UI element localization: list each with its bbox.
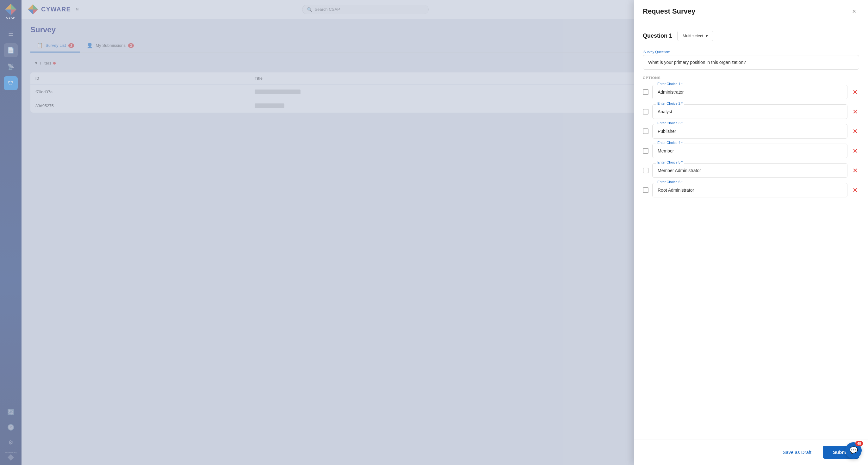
choice-4-input[interactable] — [652, 144, 847, 158]
modal-title: Request Survey — [643, 7, 695, 16]
choice-6-delete-button[interactable]: ✕ — [851, 185, 859, 195]
choice-1-checkbox[interactable] — [643, 89, 648, 95]
choice-row-2: Enter Choice 2 * ✕ — [643, 104, 859, 119]
question-header: Question 1 Multi select ▾ — [643, 31, 859, 41]
save-as-draft-button[interactable]: Save as Draft — [776, 446, 818, 458]
choice-row-3: Enter Choice 3 * ✕ — [643, 124, 859, 138]
modal-header: Request Survey × — [634, 0, 868, 23]
choice-5-label: Enter Choice 5 * — [656, 160, 684, 164]
choice-1-input[interactable] — [652, 85, 847, 99]
choice-5-checkbox[interactable] — [643, 168, 648, 173]
survey-question-label: Survey Question* — [643, 50, 859, 54]
question-type-label: Multi select — [683, 34, 703, 38]
request-survey-modal: Request Survey × Question 1 Multi select… — [634, 0, 868, 465]
question-label: Question 1 — [643, 33, 672, 39]
choice-6-input[interactable] — [652, 183, 847, 197]
modal-footer: Save as Draft Submit — [634, 439, 868, 465]
choice-6-checkbox[interactable] — [643, 187, 648, 193]
choice-5-field-wrap: Enter Choice 5 * — [652, 163, 847, 178]
options-section-label: OPTIONS — [643, 76, 859, 80]
survey-question-field-group: Survey Question* — [643, 50, 859, 70]
choice-2-delete-button[interactable]: ✕ — [851, 106, 859, 117]
choice-row-5: Enter Choice 5 * ✕ — [643, 163, 859, 178]
choice-row-1: Enter Choice 1 * ✕ — [643, 85, 859, 99]
choice-4-label: Enter Choice 4 * — [656, 141, 684, 145]
choice-row-6: Enter Choice 6 * ✕ — [643, 183, 859, 197]
choice-2-input[interactable] — [652, 104, 847, 119]
modal-close-button[interactable]: × — [849, 6, 859, 17]
choice-2-field-wrap: Enter Choice 2 * — [652, 104, 847, 119]
choice-3-delete-button[interactable]: ✕ — [851, 126, 859, 136]
choice-1-field-wrap: Enter Choice 1 * — [652, 85, 847, 99]
choice-5-delete-button[interactable]: ✕ — [851, 165, 859, 176]
choice-6-label: Enter Choice 6 * — [656, 180, 684, 184]
choice-4-checkbox[interactable] — [643, 148, 648, 154]
chat-badge-count: 48 — [855, 441, 863, 446]
choice-3-field-wrap: Enter Choice 3 * — [652, 124, 847, 138]
question-type-button[interactable]: Multi select ▾ — [677, 31, 713, 41]
choice-3-label: Enter Choice 3 * — [656, 121, 684, 125]
modal-body: Question 1 Multi select ▾ Survey Questio… — [634, 23, 868, 439]
choice-1-delete-button[interactable]: ✕ — [851, 87, 859, 97]
choice-2-checkbox[interactable] — [643, 109, 648, 115]
chevron-down-icon: ▾ — [706, 34, 708, 38]
choice-4-delete-button[interactable]: ✕ — [851, 146, 859, 156]
choice-6-field-wrap: Enter Choice 6 * — [652, 183, 847, 197]
choice-4-field-wrap: Enter Choice 4 * — [652, 144, 847, 158]
choice-5-input[interactable] — [652, 163, 847, 178]
choice-3-checkbox[interactable] — [643, 128, 648, 134]
choice-2-label: Enter Choice 2 * — [656, 101, 684, 105]
chat-button[interactable]: 💬 48 — [845, 442, 862, 459]
choice-3-input[interactable] — [652, 124, 847, 138]
choice-row-4: Enter Choice 4 * ✕ — [643, 144, 859, 158]
chat-icon: 💬 — [849, 446, 858, 455]
choice-1-label: Enter Choice 1 * — [656, 82, 684, 86]
survey-question-input[interactable] — [643, 55, 859, 70]
